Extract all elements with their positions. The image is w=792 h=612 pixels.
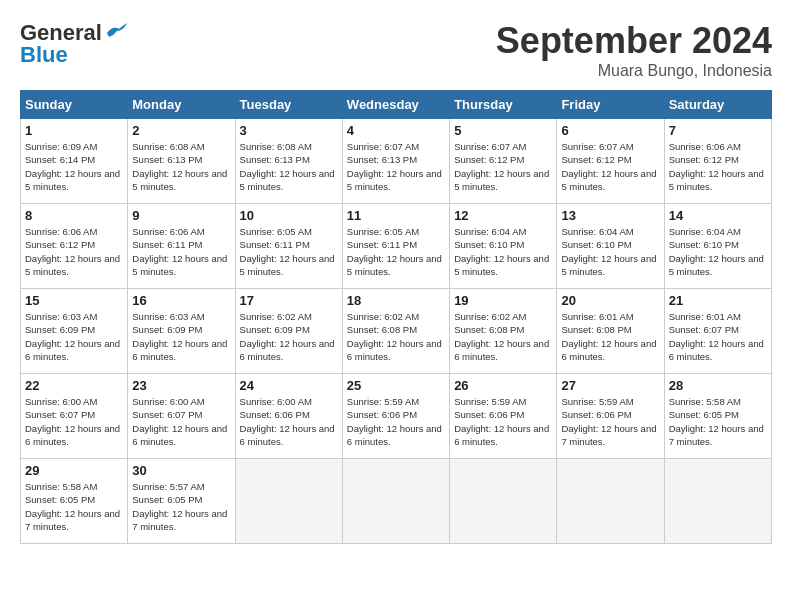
calendar-cell: 29 Sunrise: 5:58 AMSunset: 6:05 PMDaylig…	[21, 459, 128, 544]
day-info: Sunrise: 6:01 AMSunset: 6:07 PMDaylight:…	[669, 311, 764, 362]
day-number: 14	[669, 208, 767, 223]
header-friday: Friday	[557, 91, 664, 119]
title-area: September 2024 Muara Bungo, Indonesia	[496, 20, 772, 80]
calendar-cell	[557, 459, 664, 544]
calendar-cell: 17 Sunrise: 6:02 AMSunset: 6:09 PMDaylig…	[235, 289, 342, 374]
day-info: Sunrise: 6:00 AMSunset: 6:07 PMDaylight:…	[132, 396, 227, 447]
header-wednesday: Wednesday	[342, 91, 449, 119]
day-number: 13	[561, 208, 659, 223]
day-number: 11	[347, 208, 445, 223]
calendar-cell: 26 Sunrise: 5:59 AMSunset: 6:06 PMDaylig…	[450, 374, 557, 459]
day-number: 26	[454, 378, 552, 393]
calendar-cell: 5 Sunrise: 6:07 AMSunset: 6:12 PMDayligh…	[450, 119, 557, 204]
day-info: Sunrise: 6:06 AMSunset: 6:11 PMDaylight:…	[132, 226, 227, 277]
day-number: 15	[25, 293, 123, 308]
calendar-cell: 12 Sunrise: 6:04 AMSunset: 6:10 PMDaylig…	[450, 204, 557, 289]
calendar-cell: 15 Sunrise: 6:03 AMSunset: 6:09 PMDaylig…	[21, 289, 128, 374]
calendar-cell: 10 Sunrise: 6:05 AMSunset: 6:11 PMDaylig…	[235, 204, 342, 289]
calendar-cell: 19 Sunrise: 6:02 AMSunset: 6:08 PMDaylig…	[450, 289, 557, 374]
day-info: Sunrise: 6:02 AMSunset: 6:09 PMDaylight:…	[240, 311, 335, 362]
header-monday: Monday	[128, 91, 235, 119]
day-info: Sunrise: 6:02 AMSunset: 6:08 PMDaylight:…	[347, 311, 442, 362]
calendar-cell: 4 Sunrise: 6:07 AMSunset: 6:13 PMDayligh…	[342, 119, 449, 204]
header-tuesday: Tuesday	[235, 91, 342, 119]
day-number: 21	[669, 293, 767, 308]
calendar-cell: 28 Sunrise: 5:58 AMSunset: 6:05 PMDaylig…	[664, 374, 771, 459]
day-number: 20	[561, 293, 659, 308]
calendar-cell: 13 Sunrise: 6:04 AMSunset: 6:10 PMDaylig…	[557, 204, 664, 289]
day-number: 18	[347, 293, 445, 308]
day-info: Sunrise: 6:08 AMSunset: 6:13 PMDaylight:…	[132, 141, 227, 192]
calendar-cell: 11 Sunrise: 6:05 AMSunset: 6:11 PMDaylig…	[342, 204, 449, 289]
calendar-cell: 9 Sunrise: 6:06 AMSunset: 6:11 PMDayligh…	[128, 204, 235, 289]
day-info: Sunrise: 6:00 AMSunset: 6:06 PMDaylight:…	[240, 396, 335, 447]
day-info: Sunrise: 6:04 AMSunset: 6:10 PMDaylight:…	[454, 226, 549, 277]
day-info: Sunrise: 6:07 AMSunset: 6:12 PMDaylight:…	[561, 141, 656, 192]
calendar-cell: 16 Sunrise: 6:03 AMSunset: 6:09 PMDaylig…	[128, 289, 235, 374]
calendar-cell: 27 Sunrise: 5:59 AMSunset: 6:06 PMDaylig…	[557, 374, 664, 459]
calendar-cell	[664, 459, 771, 544]
calendar-cell: 21 Sunrise: 6:01 AMSunset: 6:07 PMDaylig…	[664, 289, 771, 374]
day-info: Sunrise: 6:04 AMSunset: 6:10 PMDaylight:…	[561, 226, 656, 277]
day-info: Sunrise: 6:02 AMSunset: 6:08 PMDaylight:…	[454, 311, 549, 362]
day-info: Sunrise: 6:01 AMSunset: 6:08 PMDaylight:…	[561, 311, 656, 362]
calendar-cell: 6 Sunrise: 6:07 AMSunset: 6:12 PMDayligh…	[557, 119, 664, 204]
day-info: Sunrise: 6:08 AMSunset: 6:13 PMDaylight:…	[240, 141, 335, 192]
calendar-cell: 18 Sunrise: 6:02 AMSunset: 6:08 PMDaylig…	[342, 289, 449, 374]
day-number: 4	[347, 123, 445, 138]
location-subtitle: Muara Bungo, Indonesia	[496, 62, 772, 80]
day-info: Sunrise: 6:07 AMSunset: 6:13 PMDaylight:…	[347, 141, 442, 192]
calendar-table: Sunday Monday Tuesday Wednesday Thursday…	[20, 90, 772, 544]
day-info: Sunrise: 6:07 AMSunset: 6:12 PMDaylight:…	[454, 141, 549, 192]
day-number: 9	[132, 208, 230, 223]
day-number: 12	[454, 208, 552, 223]
calendar-cell: 2 Sunrise: 6:08 AMSunset: 6:13 PMDayligh…	[128, 119, 235, 204]
day-info: Sunrise: 5:59 AMSunset: 6:06 PMDaylight:…	[454, 396, 549, 447]
day-number: 7	[669, 123, 767, 138]
day-number: 16	[132, 293, 230, 308]
day-info: Sunrise: 6:00 AMSunset: 6:07 PMDaylight:…	[25, 396, 120, 447]
day-number: 19	[454, 293, 552, 308]
page-header: General Blue September 2024 Muara Bungo,…	[20, 20, 772, 80]
day-number: 2	[132, 123, 230, 138]
day-number: 22	[25, 378, 123, 393]
day-info: Sunrise: 5:57 AMSunset: 6:05 PMDaylight:…	[132, 481, 227, 532]
calendar-cell	[450, 459, 557, 544]
calendar-cell: 22 Sunrise: 6:00 AMSunset: 6:07 PMDaylig…	[21, 374, 128, 459]
day-number: 29	[25, 463, 123, 478]
day-number: 3	[240, 123, 338, 138]
calendar-cell	[342, 459, 449, 544]
day-info: Sunrise: 6:06 AMSunset: 6:12 PMDaylight:…	[669, 141, 764, 192]
header-sunday: Sunday	[21, 91, 128, 119]
day-info: Sunrise: 5:58 AMSunset: 6:05 PMDaylight:…	[25, 481, 120, 532]
day-info: Sunrise: 6:05 AMSunset: 6:11 PMDaylight:…	[347, 226, 442, 277]
calendar-cell	[235, 459, 342, 544]
day-number: 28	[669, 378, 767, 393]
calendar-row: 1 Sunrise: 6:09 AMSunset: 6:14 PMDayligh…	[21, 119, 772, 204]
day-number: 5	[454, 123, 552, 138]
day-info: Sunrise: 5:59 AMSunset: 6:06 PMDaylight:…	[347, 396, 442, 447]
day-number: 6	[561, 123, 659, 138]
calendar-cell: 23 Sunrise: 6:00 AMSunset: 6:07 PMDaylig…	[128, 374, 235, 459]
month-title: September 2024	[496, 20, 772, 62]
day-info: Sunrise: 6:03 AMSunset: 6:09 PMDaylight:…	[132, 311, 227, 362]
logo-bird-icon	[105, 23, 127, 43]
logo: General Blue	[20, 20, 127, 68]
logo-text-blue: Blue	[20, 42, 68, 68]
header-thursday: Thursday	[450, 91, 557, 119]
day-number: 1	[25, 123, 123, 138]
day-info: Sunrise: 5:58 AMSunset: 6:05 PMDaylight:…	[669, 396, 764, 447]
calendar-cell: 25 Sunrise: 5:59 AMSunset: 6:06 PMDaylig…	[342, 374, 449, 459]
day-info: Sunrise: 6:04 AMSunset: 6:10 PMDaylight:…	[669, 226, 764, 277]
calendar-cell: 20 Sunrise: 6:01 AMSunset: 6:08 PMDaylig…	[557, 289, 664, 374]
day-number: 30	[132, 463, 230, 478]
calendar-cell: 30 Sunrise: 5:57 AMSunset: 6:05 PMDaylig…	[128, 459, 235, 544]
day-info: Sunrise: 6:09 AMSunset: 6:14 PMDaylight:…	[25, 141, 120, 192]
calendar-row: 8 Sunrise: 6:06 AMSunset: 6:12 PMDayligh…	[21, 204, 772, 289]
calendar-row: 15 Sunrise: 6:03 AMSunset: 6:09 PMDaylig…	[21, 289, 772, 374]
days-header-row: Sunday Monday Tuesday Wednesday Thursday…	[21, 91, 772, 119]
calendar-cell: 1 Sunrise: 6:09 AMSunset: 6:14 PMDayligh…	[21, 119, 128, 204]
day-info: Sunrise: 6:05 AMSunset: 6:11 PMDaylight:…	[240, 226, 335, 277]
day-number: 23	[132, 378, 230, 393]
day-number: 8	[25, 208, 123, 223]
